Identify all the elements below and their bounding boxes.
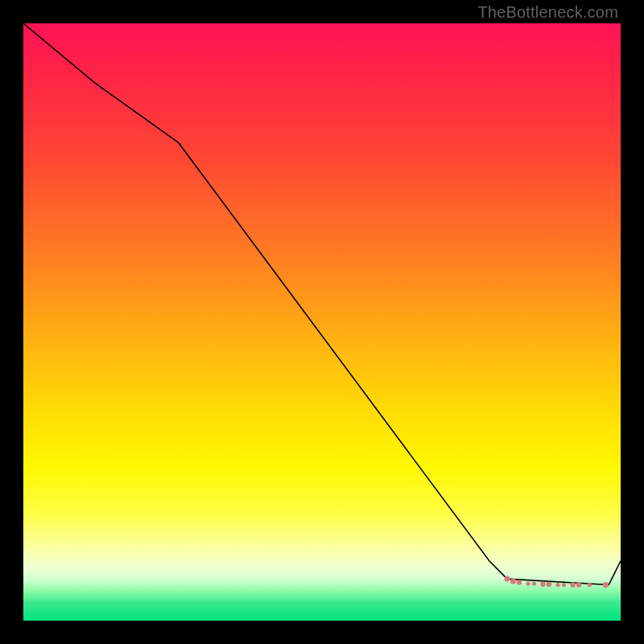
- marker-dot: [526, 581, 530, 585]
- marker-dot: [505, 576, 510, 582]
- marker-dot: [603, 582, 609, 588]
- chart-stage: TheBottleneck.com: [0, 0, 644, 644]
- series-curve: [23, 23, 621, 585]
- marker-dot: [562, 583, 566, 587]
- marker-group: [505, 576, 609, 588]
- marker-dot: [510, 579, 516, 584]
- marker-dot: [517, 580, 522, 584]
- marker-dot: [540, 582, 545, 587]
- marker-dot: [588, 583, 592, 587]
- attribution-label: TheBottleneck.com: [477, 3, 618, 22]
- marker-dot: [547, 582, 551, 587]
- marker-dot: [576, 582, 581, 587]
- marker-dot: [570, 582, 575, 587]
- line-overlay: [23, 23, 621, 621]
- gradient-plot-area: [23, 23, 621, 621]
- marker-dot: [556, 583, 560, 587]
- marker-dot: [532, 581, 536, 585]
- curve-path: [23, 23, 621, 585]
